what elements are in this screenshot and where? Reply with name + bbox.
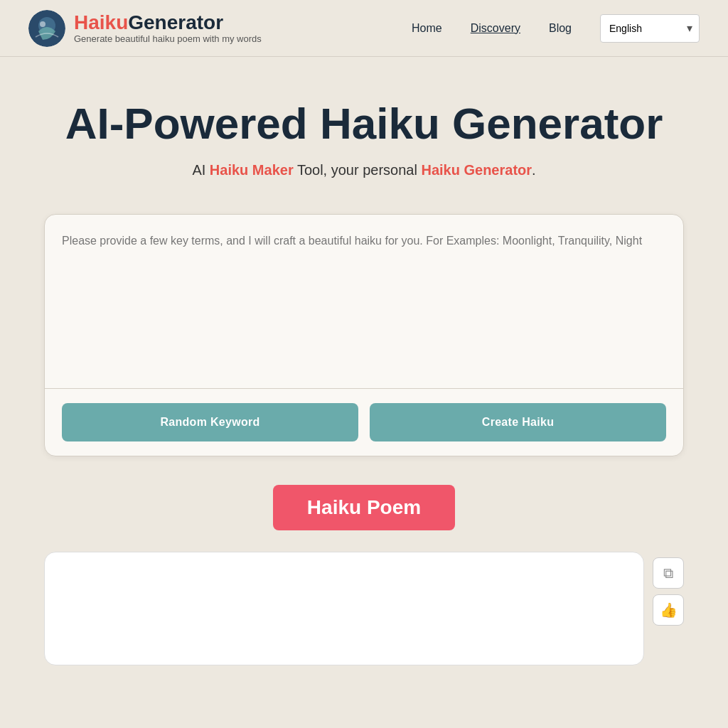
main-content: AI-Powered Haiku Generator AI Haiku Make…	[0, 57, 728, 694]
svg-point-2	[40, 21, 46, 27]
logo-area: HaikuGenerator Generate beautiful haiku …	[28, 10, 262, 47]
logo-subtitle: Generate beautiful haiku poem with my wo…	[74, 33, 262, 44]
nav-blog[interactable]: Blog	[549, 22, 572, 35]
input-card: Random Keyword Create Haiku	[44, 214, 684, 456]
page-header: HaikuGenerator Generate beautiful haiku …	[0, 0, 728, 57]
poem-card	[44, 552, 644, 665]
create-haiku-button[interactable]: Create Haiku	[370, 403, 666, 441]
subtitle-prefix: AI	[192, 162, 205, 178]
subtitle-middle: Tool, your personal	[297, 162, 417, 178]
language-selector-wrapper: English French Spanish German Japanese	[600, 14, 700, 43]
card-actions: Random Keyword Create Haiku	[45, 389, 683, 456]
nav-discovery[interactable]: Discovery	[471, 22, 520, 35]
logo-icon	[28, 10, 65, 47]
haiku-poem-label: Haiku Poem	[273, 485, 455, 530]
like-button[interactable]: 👍	[653, 594, 684, 626]
random-keyword-button[interactable]: Random Keyword	[62, 403, 358, 441]
haiku-generator-link[interactable]: Haiku Generator	[421, 162, 532, 178]
main-nav: Home Discovery Blog English French Spani…	[412, 14, 700, 43]
hero-title: AI-Powered Haiku Generator	[65, 100, 663, 148]
logo-generator-text: Generator	[128, 11, 223, 33]
logo-haiku-text: Haiku	[74, 11, 128, 33]
nav-home[interactable]: Home	[412, 22, 442, 35]
keyword-input[interactable]	[45, 215, 683, 385]
like-icon: 👍	[660, 601, 678, 619]
hero-subtitle: AI Haiku Maker Tool, your personal Haiku…	[192, 162, 535, 178]
poem-actions: ⧉ 👍	[653, 552, 684, 626]
poem-area: ⧉ 👍	[44, 552, 684, 665]
copy-icon: ⧉	[663, 565, 673, 582]
language-select[interactable]: English French Spanish German Japanese	[600, 14, 700, 43]
subtitle-suffix: .	[532, 162, 536, 178]
copy-button[interactable]: ⧉	[653, 557, 684, 589]
logo-title: HaikuGenerator	[74, 12, 262, 34]
haiku-maker-link[interactable]: Haiku Maker	[210, 162, 294, 178]
logo-text-area: HaikuGenerator Generate beautiful haiku …	[74, 12, 262, 45]
